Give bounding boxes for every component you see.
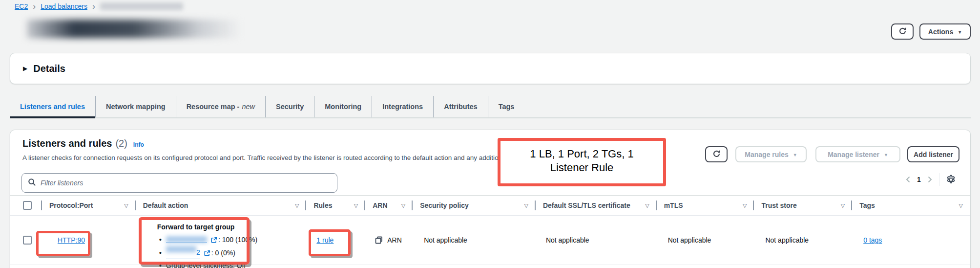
security-policy-value: Not applicable xyxy=(424,236,467,244)
arn-label: ARN xyxy=(387,236,402,244)
column-header-protocol-port[interactable]: Protocol:Port▽ xyxy=(42,196,136,215)
trust-store-value: Not applicable xyxy=(765,236,809,244)
add-listener-button[interactable]: Add listener xyxy=(907,146,959,162)
refresh-icon xyxy=(898,27,907,37)
column-header-trust-store[interactable]: Trust store▽ xyxy=(754,196,852,215)
listener-count: (2) xyxy=(115,138,127,149)
refresh-button[interactable] xyxy=(891,23,914,40)
page-title-redacted xyxy=(27,20,242,38)
panel-header: Listeners and rules (2) Info xyxy=(22,138,144,149)
actions-button[interactable]: Actions ▼ xyxy=(919,23,971,40)
rules-link[interactable]: 1 rule xyxy=(316,236,334,244)
filter-listeners-box xyxy=(21,173,337,193)
target-group-1-link[interactable] xyxy=(166,236,207,243)
sort-icon[interactable]: ▽ xyxy=(841,202,845,209)
sort-icon[interactable]: ▽ xyxy=(524,202,528,209)
breadcrumb: EC2 › Load balancers › xyxy=(15,2,183,10)
column-header-arn[interactable]: ARN▽ xyxy=(365,196,413,215)
tab-tags[interactable]: Tags xyxy=(488,96,525,117)
mtls-value: Not applicable xyxy=(668,236,711,244)
table-row: HTTP:90 Forward to target group : 100 (1… xyxy=(10,216,970,265)
listener-link-http90[interactable]: HTTP:90 xyxy=(58,236,85,244)
tab-bar: Listeners and rules Network mapping Reso… xyxy=(10,96,971,118)
chevron-down-icon: ▼ xyxy=(958,30,962,35)
panel-description: A listener checks for connection request… xyxy=(22,154,525,161)
target-group-2-link[interactable]: 2 xyxy=(166,246,200,259)
manage-rules-button[interactable]: Manage rules ▼ xyxy=(735,146,807,162)
ssl-certificate-value: Not applicable xyxy=(546,236,589,244)
page-number[interactable]: 1 xyxy=(917,176,921,183)
tab-attributes[interactable]: Attributes xyxy=(434,96,488,117)
sort-icon[interactable]: ▽ xyxy=(354,202,358,209)
details-expander[interactable]: ▶ Details xyxy=(10,53,971,84)
next-page-icon[interactable] xyxy=(927,176,933,183)
manage-listener-button[interactable]: Manage listener ▼ xyxy=(815,146,900,162)
column-header-mtls[interactable]: mTLS▽ xyxy=(657,196,754,215)
breadcrumb-redacted-name xyxy=(100,2,183,10)
column-header-security-policy[interactable]: Security policy▽ xyxy=(413,196,536,215)
info-link[interactable]: Info xyxy=(133,141,144,148)
filter-listeners-input[interactable] xyxy=(41,179,331,187)
target-group-1-weight: : 100 (100%) xyxy=(218,233,257,246)
actions-button-label: Actions xyxy=(928,28,953,36)
tab-network-mapping[interactable]: Network mapping xyxy=(96,96,176,117)
sort-icon[interactable]: ▽ xyxy=(124,202,128,209)
target-group-2-weight: : 0 (0%) xyxy=(211,246,235,259)
target-group-1-item: : 100 (100%) xyxy=(157,233,257,246)
target-group-2-item: 2 : 0 (0%) xyxy=(157,246,257,259)
search-icon xyxy=(28,178,36,188)
table-refresh-button[interactable] xyxy=(705,146,728,162)
chevron-down-icon: ▼ xyxy=(793,153,797,157)
sort-icon[interactable]: ▽ xyxy=(401,202,405,209)
breadcrumb-link-ec2[interactable]: EC2 xyxy=(15,2,28,10)
target-group-2-redacted xyxy=(166,246,196,252)
tab-security[interactable]: Security xyxy=(266,96,314,117)
column-header-tags[interactable]: Tags▽ xyxy=(852,196,970,215)
previous-page-icon[interactable] xyxy=(905,176,911,183)
stickiness-item: Group-level stickiness: Off xyxy=(157,259,257,268)
refresh-icon xyxy=(712,150,721,159)
tab-monitoring[interactable]: Monitoring xyxy=(314,96,372,117)
panel-title: Listeners and rules xyxy=(22,138,112,149)
gear-icon[interactable] xyxy=(946,175,956,185)
sort-icon[interactable]: ▽ xyxy=(295,202,299,209)
divider xyxy=(939,173,939,186)
pagination: 1 xyxy=(905,172,956,187)
breadcrumb-separator-icon: › xyxy=(92,3,95,10)
default-action-cell: Forward to target group : 100 (100%) 2 xyxy=(157,221,257,268)
column-header-default-action[interactable]: Default action▽ xyxy=(136,196,307,215)
breadcrumb-separator-icon: › xyxy=(33,3,36,10)
target-group-2-visible-suffix: 2 xyxy=(196,246,200,259)
forward-to-target-group-label: Forward to target group xyxy=(157,221,257,233)
select-all-checkbox[interactable] xyxy=(23,201,32,210)
external-link-icon[interactable] xyxy=(204,250,210,257)
row-checkbox[interactable] xyxy=(23,236,32,245)
listeners-table: Protocol:Port▽ Default action▽ Rules▽ AR… xyxy=(10,195,970,265)
column-header-rules[interactable]: Rules▽ xyxy=(306,196,365,215)
sort-icon[interactable]: ▽ xyxy=(959,202,963,209)
tags-link[interactable]: 0 tags xyxy=(863,236,882,244)
target-group-1-redacted xyxy=(166,236,207,243)
listeners-panel: Listeners and rules (2) Info A listener … xyxy=(10,130,971,268)
copy-icon[interactable] xyxy=(375,236,383,244)
external-link-icon[interactable] xyxy=(210,237,217,244)
sort-icon[interactable]: ▽ xyxy=(743,202,747,209)
chevron-down-icon: ▼ xyxy=(884,153,888,157)
tab-listeners-and-rules[interactable]: Listeners and rules xyxy=(10,96,96,117)
tab-integrations[interactable]: Integrations xyxy=(372,96,434,117)
column-header-ssl-certificate[interactable]: Default SSL/TLS certificate▽ xyxy=(536,196,657,215)
tab-resource-map[interactable]: Resource map -new xyxy=(176,96,266,117)
stickiness-label: Group-level stickiness: Off xyxy=(166,259,246,268)
select-all-header xyxy=(10,196,42,215)
annotation-box-summary: 1 LB, 1 Port, 2 TGs, 1 Listener Rule xyxy=(498,138,666,186)
expand-triangle-icon: ▶ xyxy=(23,65,27,72)
breadcrumb-link-load-balancers[interactable]: Load balancers xyxy=(41,2,87,10)
details-label: Details xyxy=(33,63,65,74)
sort-icon[interactable]: ▽ xyxy=(645,202,649,209)
table-header-row: Protocol:Port▽ Default action▽ Rules▽ AR… xyxy=(10,195,970,216)
